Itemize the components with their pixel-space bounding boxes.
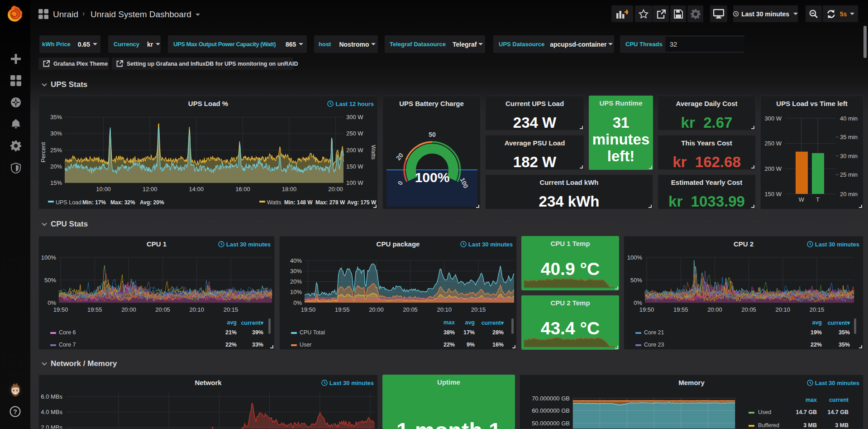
svg-text:4.0 MBs: 4.0 MBs	[41, 409, 62, 415]
svg-text:20:00: 20:00	[328, 186, 343, 193]
svg-text:20:00: 20:00	[369, 306, 384, 313]
svg-text:10:00: 10:00	[96, 186, 111, 193]
svg-text:300 W: 300 W	[346, 114, 363, 121]
svg-text:100%: 100%	[41, 254, 57, 261]
svg-text:19:55: 19:55	[673, 306, 688, 313]
svg-text:Min: 17%: Min: 17%	[82, 199, 106, 206]
svg-text:?: ?	[13, 408, 17, 415]
svg-text:100%: 100%	[415, 170, 450, 185]
svg-text:0%: 0%	[634, 299, 642, 306]
svg-text:Watts: Watts	[267, 199, 281, 206]
svg-text:100 W: 100 W	[346, 179, 363, 186]
svg-text:14:00: 14:00	[189, 186, 204, 193]
svg-text:19:55: 19:55	[335, 306, 350, 313]
svg-text:40 min: 40 min	[840, 115, 858, 122]
svg-text:150 W: 150 W	[346, 163, 363, 170]
svg-text:50%: 50%	[630, 277, 642, 284]
svg-text:Max: 32%: Max: 32%	[110, 199, 135, 206]
svg-text:20%: 20%	[290, 278, 302, 285]
svg-text:20:05: 20:05	[741, 306, 756, 313]
svg-text:20:10: 20:10	[190, 306, 205, 313]
svg-text:Avg: 20%: Avg: 20%	[140, 199, 164, 206]
svg-text:25%: 25%	[50, 147, 62, 154]
svg-text:50: 50	[429, 131, 436, 138]
svg-text:19:55: 19:55	[87, 306, 102, 313]
svg-text:30%: 30%	[50, 130, 62, 137]
svg-text:20:15: 20:15	[471, 306, 486, 313]
svg-text:20:05: 20:05	[155, 306, 170, 313]
svg-text:0%: 0%	[293, 299, 302, 306]
svg-text:0%: 0%	[48, 299, 56, 306]
svg-text:200 W: 200 W	[764, 165, 782, 172]
svg-text:30%: 30%	[290, 268, 302, 275]
svg-text:10%: 10%	[290, 289, 302, 295]
svg-text:30 min: 30 min	[840, 153, 858, 159]
svg-text:Watts: Watts	[370, 145, 377, 160]
svg-text:70.000000 GB: 70.000000 GB	[532, 395, 570, 402]
svg-text:100%: 100%	[627, 254, 643, 261]
svg-text:150 W: 150 W	[764, 191, 782, 198]
svg-text:20:10: 20:10	[776, 306, 791, 313]
svg-text:20:00: 20:00	[121, 306, 136, 313]
svg-text:19:50: 19:50	[53, 306, 68, 313]
svg-text:W: W	[799, 196, 805, 203]
svg-text:20 min: 20 min	[840, 191, 858, 198]
svg-text:20:10: 20:10	[437, 306, 452, 313]
svg-text:50.000000 GB: 50.000000 GB	[532, 420, 570, 427]
svg-text:20%: 20%	[50, 163, 62, 170]
svg-text:19:50: 19:50	[639, 306, 654, 313]
svg-text:40%: 40%	[290, 257, 302, 264]
svg-text:Avg: 175 W: Avg: 175 W	[347, 199, 377, 206]
svg-text:20: 20	[395, 151, 405, 161]
svg-text:20:05: 20:05	[403, 306, 418, 313]
svg-text:19:50: 19:50	[301, 306, 316, 313]
svg-text:25 min: 25 min	[840, 171, 858, 178]
svg-text:20:00: 20:00	[707, 306, 722, 313]
svg-text:Percent: Percent	[40, 142, 47, 162]
svg-text:35%: 35%	[50, 114, 62, 121]
svg-text:6.0 MBs: 6.0 MBs	[41, 393, 62, 400]
svg-text:18:00: 18:00	[282, 186, 297, 193]
svg-text:2.0 MBs: 2.0 MBs	[41, 424, 62, 429]
svg-text:20:15: 20:15	[810, 306, 825, 313]
svg-text:15%: 15%	[50, 179, 62, 186]
svg-text:T: T	[816, 196, 820, 203]
svg-text:Max: 278 W: Max: 278 W	[315, 199, 345, 206]
svg-text:50%: 50%	[44, 277, 56, 284]
svg-text:20:15: 20:15	[224, 306, 238, 313]
svg-text:UPS Load: UPS Load	[56, 199, 81, 206]
svg-text:250 W: 250 W	[346, 130, 363, 137]
svg-text:300 W: 300 W	[764, 115, 782, 122]
svg-text:200 W: 200 W	[346, 147, 363, 154]
svg-text:35 min: 35 min	[840, 134, 858, 140]
svg-text:250 W: 250 W	[764, 140, 782, 147]
svg-text:Min: 148 W: Min: 148 W	[284, 199, 313, 206]
svg-text:16:00: 16:00	[235, 186, 250, 193]
svg-text:12:00: 12:00	[143, 186, 157, 193]
svg-text:60.000000 GB: 60.000000 GB	[532, 407, 570, 414]
